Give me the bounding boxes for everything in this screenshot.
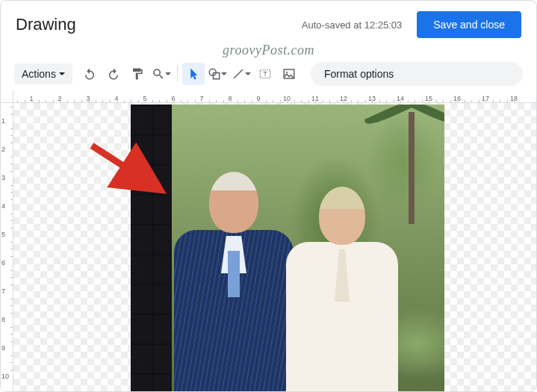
- zoom-button[interactable]: [150, 63, 173, 85]
- ruler-tick: 13: [368, 95, 376, 102]
- svg-line-7: [92, 146, 155, 187]
- svg-line-2: [234, 69, 243, 78]
- svg-point-6: [286, 72, 288, 73]
- line-icon: [232, 67, 245, 81]
- chevron-down-icon: [165, 72, 171, 75]
- toolbar-separator: [177, 66, 178, 82]
- ruler-tick: 10: [1, 373, 9, 380]
- chevron-down-icon: [245, 72, 251, 75]
- annotation-arrow-icon: [88, 142, 170, 202]
- vertical-ruler[interactable]: 12345678910: [1, 103, 13, 391]
- ruler-tick: 8: [228, 95, 232, 102]
- ruler-tick: 15: [425, 95, 432, 102]
- ruler-tick: 11: [311, 95, 319, 102]
- dialog-header: Drawing Auto-saved at 12:25:03 Save and …: [1, 1, 536, 46]
- textbox-icon: T: [258, 67, 272, 81]
- dialog-title: Drawing: [16, 15, 76, 34]
- ruler-tick: 4: [114, 95, 118, 102]
- textbox-tool-button[interactable]: T: [254, 63, 276, 85]
- shape-tool-button[interactable]: [206, 63, 229, 85]
- ruler-tick: 16: [453, 95, 461, 102]
- ruler-tick: 4: [1, 202, 5, 210]
- save-and-close-button[interactable]: Save and close: [417, 11, 521, 38]
- ruler-tick: 7: [1, 287, 5, 295]
- workspace: 123456789101112131415161718 12345678910: [1, 90, 536, 391]
- chevron-down-icon: [221, 72, 227, 75]
- chevron-down-icon: [59, 72, 65, 75]
- cursor-icon: [187, 67, 200, 81]
- ruler-tick: 5: [1, 231, 5, 238]
- image-tool-button[interactable]: [278, 63, 300, 85]
- paint-roller-icon: [131, 67, 144, 81]
- horizontal-ruler[interactable]: 123456789101112131415161718: [13, 90, 536, 103]
- line-tool-button[interactable]: [230, 63, 252, 85]
- drawing-canvas[interactable]: [13, 103, 536, 391]
- image-person-right: [279, 187, 406, 391]
- ruler-tick: 3: [86, 95, 90, 102]
- svg-text:T: T: [263, 71, 267, 78]
- zoom-icon: [152, 67, 165, 81]
- redo-button[interactable]: [102, 63, 125, 85]
- ruler-tick: 9: [1, 344, 5, 352]
- ruler-corner: [1, 90, 13, 103]
- ruler-tick: 2: [1, 146, 5, 153]
- autosave-status: Auto-saved at 12:25:03: [302, 19, 402, 31]
- image-icon: [282, 67, 296, 81]
- ruler-tick: 10: [283, 95, 291, 102]
- paint-format-button[interactable]: [126, 63, 149, 85]
- select-tool-button[interactable]: [182, 63, 205, 85]
- ruler-tick: 14: [397, 95, 404, 102]
- undo-icon: [83, 67, 96, 81]
- actions-label: Actions: [22, 68, 56, 80]
- actions-menu-button[interactable]: Actions: [14, 63, 72, 84]
- image-palm-trunk: [409, 112, 415, 224]
- ruler-tick: 12: [340, 95, 347, 102]
- ruler-tick: 18: [510, 95, 518, 102]
- ruler-tick: 5: [143, 95, 146, 102]
- ruler-tick: 6: [171, 95, 175, 102]
- ruler-tick: 1: [29, 95, 33, 102]
- ruler-tick: 17: [482, 95, 489, 102]
- shape-icon: [208, 67, 221, 81]
- watermark-text: groovyPost.com: [223, 43, 314, 58]
- ruler-tick: 8: [1, 316, 5, 323]
- ruler-tick: 1: [1, 117, 5, 125]
- redo-icon: [107, 67, 120, 81]
- ruler-tick: 9: [256, 95, 260, 102]
- svg-rect-1: [213, 73, 219, 79]
- inserted-image[interactable]: [131, 105, 444, 391]
- ruler-tick: 3: [1, 174, 5, 181]
- ruler-tick: 2: [58, 95, 61, 102]
- toolbar: Actions T Format options: [1, 59, 536, 89]
- undo-button[interactable]: [78, 63, 101, 85]
- ruler-tick: 7: [199, 95, 203, 102]
- format-options-button[interactable]: Format options: [311, 62, 523, 86]
- ruler-tick: 6: [1, 259, 5, 267]
